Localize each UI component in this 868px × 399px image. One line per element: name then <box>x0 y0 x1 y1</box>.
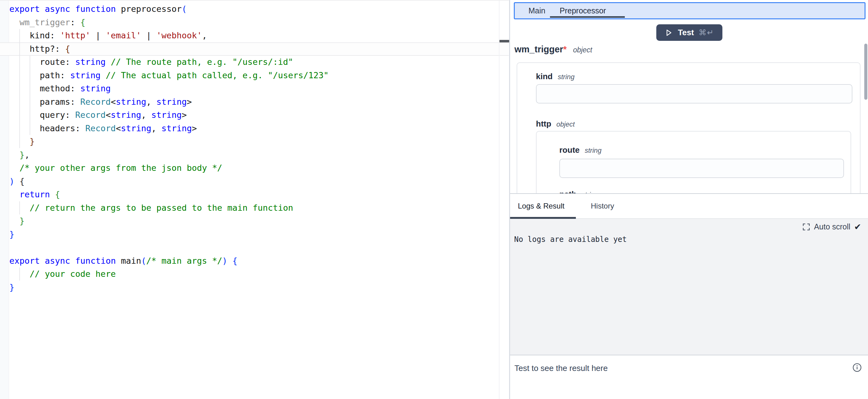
code-line[interactable]: // your code here <box>9 268 329 281</box>
cmd-enter-shortcut: ⌘↵ <box>699 28 714 37</box>
route-field-label: route string <box>559 145 601 155</box>
code-line[interactable]: wm_trigger: { <box>9 16 329 29</box>
kind-field-label: kind string <box>536 72 575 81</box>
test-button-label: Test <box>678 28 694 37</box>
play-icon <box>664 28 673 37</box>
code-editor[interactable]: export async function preprocessor( wm_t… <box>0 0 509 399</box>
code-line[interactable]: http?: { <box>9 42 329 56</box>
windmill-script-editor: export async function preprocessor( wm_t… <box>0 0 868 399</box>
required-mark: * <box>563 44 566 54</box>
tab-history[interactable]: History <box>591 194 614 218</box>
code-line[interactable]: } <box>9 228 329 241</box>
test-button[interactable]: Test ⌘↵ <box>656 24 722 41</box>
code-line[interactable] <box>9 241 329 254</box>
arg-name: wm_trigger <box>515 44 563 54</box>
code-line[interactable]: // return the args to be passed to the m… <box>9 202 329 215</box>
code-line[interactable]: ) { <box>9 175 329 188</box>
code-line[interactable]: }, <box>9 148 329 162</box>
info-icon[interactable] <box>852 363 862 372</box>
route-input[interactable] <box>559 159 844 178</box>
http-type-text: object <box>557 120 575 128</box>
panel-scrollbar-thumb[interactable] <box>864 44 867 100</box>
result-placeholder: Test to see the result here <box>515 364 608 373</box>
code-line[interactable]: } <box>9 281 329 294</box>
logs-empty-message: No logs are available yet <box>514 235 627 244</box>
route-label-text: route <box>559 145 580 155</box>
code-line[interactable]: params: Record<string, string> <box>9 95 329 109</box>
http-label-text: http <box>536 119 551 128</box>
code-line[interactable]: query: Record<string, string> <box>9 109 329 122</box>
code-line[interactable]: return { <box>9 188 329 202</box>
function-tab-bar: Main Preprocessor <box>514 2 866 19</box>
code-line[interactable]: method: string <box>9 82 329 95</box>
kind-input[interactable] <box>536 84 852 103</box>
check-icon: ✔ <box>854 222 861 232</box>
code-line[interactable]: route: string // The route path, e.g. "/… <box>9 56 329 69</box>
code-line[interactable]: /* your other args from the json body */ <box>9 161 329 175</box>
tab-main[interactable]: Main <box>528 3 545 19</box>
code-line[interactable]: export async function preprocessor( <box>9 2 329 16</box>
code-line[interactable]: } <box>9 214 329 228</box>
result-area: Test to see the result here <box>510 355 868 399</box>
overview-ruler <box>499 1 499 399</box>
logs-panel: Logs & Result History Auto scroll ✔ No l… <box>510 193 868 399</box>
code-line[interactable]: headers: Record<string, string> <box>9 122 329 135</box>
active-tab-underline <box>550 16 625 18</box>
http-field-label: http object <box>536 119 575 129</box>
logs-tab-bar: Logs & Result History <box>510 194 868 219</box>
code-line[interactable]: path: string // The actual path called, … <box>9 69 329 82</box>
tab-logs-result[interactable]: Logs & Result <box>518 194 564 218</box>
route-type-text: string <box>585 147 601 154</box>
code-lines[interactable]: export async function preprocessor( wm_t… <box>9 2 329 294</box>
arg-type: object <box>573 46 592 54</box>
code-line[interactable]: export async function main(/* main args … <box>9 254 329 268</box>
code-line[interactable]: kind: 'http' | 'email' | 'webhook', <box>9 29 329 42</box>
test-panel: Main Preprocessor Test ⌘↵ wm_trigger* ob… <box>510 0 868 399</box>
autoscroll-label: Auto scroll <box>814 222 850 231</box>
logs-body: Auto scroll ✔ No logs are available yet <box>510 219 868 355</box>
editor-gutter <box>0 1 9 399</box>
code-line[interactable]: } <box>9 135 329 148</box>
expand-icon[interactable] <box>802 223 810 231</box>
autoscroll-toggle[interactable]: Auto scroll ✔ <box>802 222 861 232</box>
kind-label-text: kind <box>536 72 553 81</box>
kind-type-text: string <box>558 73 575 81</box>
overview-cursor-mark <box>499 40 509 42</box>
arg-header: wm_trigger* object <box>515 44 592 56</box>
